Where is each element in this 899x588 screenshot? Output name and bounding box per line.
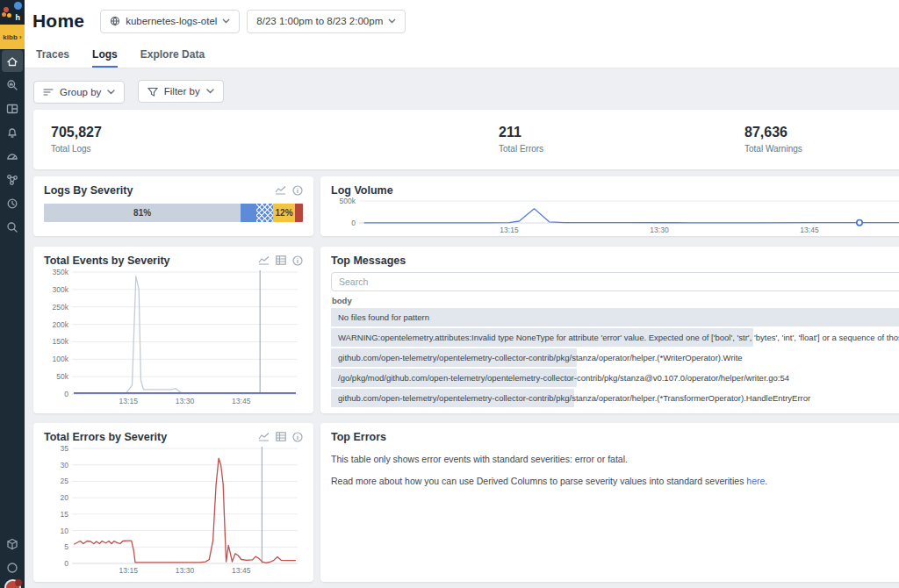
stat-label: Total Logs	[51, 144, 499, 154]
svg-text:0: 0	[64, 559, 68, 568]
total-errors-chart[interactable]: 0510152025303513:1513:3013:45	[44, 445, 303, 575]
filter-by-dropdown[interactable]: Filter by	[138, 80, 224, 103]
message-row[interactable]: github.com/open-telemetry/opentelemetry-…	[331, 348, 899, 367]
message-text: WARNING:opentelemetry.attributes:Invalid…	[331, 333, 899, 342]
readmore-period: .	[765, 476, 767, 486]
bell-icon	[5, 125, 19, 140]
search-input[interactable]	[331, 272, 899, 291]
severity-segment[interactable]	[295, 204, 303, 222]
avatar-badge	[15, 579, 22, 586]
svg-text:0: 0	[351, 219, 356, 227]
group-by-icon	[43, 88, 54, 97]
sidebar-bottom	[0, 532, 25, 588]
user-avatar[interactable]	[4, 579, 21, 588]
line-chart-icon[interactable]	[258, 432, 270, 441]
stat-total-errors: 211 Total Errors	[499, 125, 744, 154]
home-icon	[5, 54, 19, 68]
readmore-text: Read more about how you can use Derived …	[331, 476, 746, 486]
panel-total-errors-by-severity: Total Errors by Severity 051015202530351…	[33, 423, 313, 582]
message-text: /go/pkg/mod/github.com/open-telemetry/op…	[331, 373, 899, 383]
svg-text:13:45: 13:45	[232, 397, 251, 405]
svg-text:150k: 150k	[53, 337, 69, 346]
severity-stacked-bar: 81%12%	[44, 204, 303, 222]
dashboard-content: Group by Filter by 705,827 Total Logs 21…	[25, 68, 899, 588]
message-row[interactable]: No files found for pattern45,025	[331, 308, 899, 326]
sidebar-item-activity-history[interactable]	[0, 191, 25, 215]
package-cube-icon	[5, 537, 19, 551]
panel-log-volume: Log Volume 0500k13:1513:3013:45	[320, 176, 899, 236]
tab-logs[interactable]: Logs	[92, 42, 118, 68]
panel-top-messages: Top Messages Clear body No files found f…	[320, 247, 899, 413]
main-area: Home kubernetes-logs-otel 8/23 1:00pm to…	[25, 0, 899, 588]
search-icon	[5, 220, 19, 234]
message-search: Clear	[331, 272, 899, 291]
tab-explore-data[interactable]: Explore Data	[140, 42, 205, 68]
info-icon[interactable]	[292, 185, 303, 196]
honeycomb-logo-icon[interactable]: h	[0, 0, 25, 25]
panel-title: Total Events by Severity	[44, 255, 170, 267]
total-events-chart[interactable]: 050k100k150k200k250k300k350k13:1513:3013…	[44, 269, 303, 405]
chevron-down-icon	[206, 89, 214, 94]
panel-logs-by-severity: Logs By Severity 81%12%	[33, 176, 313, 236]
severity-segment[interactable]: 81%	[44, 204, 241, 222]
table-icon[interactable]	[276, 432, 286, 441]
stat-value: 87,636	[744, 125, 899, 140]
svg-text:250k: 250k	[53, 302, 69, 311]
slo-gauge-icon	[5, 149, 19, 163]
filter-row: Group by Filter by	[33, 80, 899, 104]
chevron-down-icon	[388, 18, 396, 24]
severity-segment[interactable]	[241, 204, 256, 222]
message-row[interactable]: github.com/open-telemetry/opentelemetry-…	[331, 389, 899, 407]
stat-label: Total Warnings	[744, 144, 899, 154]
svg-text:5: 5	[64, 542, 68, 551]
line-chart-icon[interactable]	[258, 255, 270, 265]
filter-funnel-icon	[147, 87, 158, 97]
svg-text:350k: 350k	[53, 269, 69, 276]
stat-total-logs: 705,827 Total Logs	[51, 125, 499, 154]
info-icon[interactable]	[292, 432, 303, 442]
tab-traces[interactable]: Traces	[36, 42, 69, 68]
svg-text:13:45: 13:45	[800, 226, 819, 234]
log-volume-chart[interactable]: 0500k13:1513:3013:45	[331, 197, 899, 234]
svg-text:15: 15	[61, 509, 69, 518]
info-icon[interactable]	[292, 255, 303, 266]
sidebar-item-triggers[interactable]	[0, 120, 25, 144]
svg-text:13:30: 13:30	[650, 226, 669, 234]
chevron-down-icon	[222, 18, 230, 24]
group-by-dropdown[interactable]: Group by	[33, 81, 125, 104]
sidebar-item-status[interactable]	[0, 556, 25, 579]
svg-text:0: 0	[64, 390, 68, 398]
stat-total-warnings: 87,636 Total Warnings	[744, 125, 899, 154]
here-link[interactable]: here	[746, 476, 765, 486]
sidebar-item-query[interactable]	[0, 73, 25, 97]
svg-text:100k: 100k	[53, 355, 69, 363]
message-row[interactable]: /go/pkg/mod/github.com/open-telemetry/op…	[331, 369, 899, 387]
tab-bar: Traces Logs Explore Data	[25, 42, 899, 68]
stats-summary-card: 705,827 Total Logs 211 Total Errors 87,6…	[33, 110, 899, 169]
panel-title: Top Messages	[331, 255, 406, 267]
dataset-selector[interactable]: kubernetes-logs-otel	[100, 10, 240, 33]
sidebar-item-slos[interactable]	[0, 144, 25, 168]
sidebar-item-search[interactable]	[0, 215, 25, 239]
sidebar-item-service-map[interactable]	[0, 168, 25, 191]
svg-text:13:15: 13:15	[119, 397, 139, 405]
date-range-selector[interactable]: 8/23 1:00pm to 8/23 2:00pm	[247, 10, 406, 33]
table-icon[interactable]	[276, 255, 286, 265]
sidebar-item-home[interactable]	[2, 50, 23, 72]
service-map-icon	[5, 173, 19, 187]
sidebar-item-boards[interactable]	[0, 97, 25, 120]
history-clock-icon	[5, 197, 19, 211]
message-row[interactable]: WARNING:opentelemetry.attributes:Invalid…	[331, 328, 899, 347]
top-errors-readmore: Read more about how you can use Derived …	[331, 475, 899, 487]
app-root: h kibb ›	[0, 0, 899, 588]
panel-title: Logs By Severity	[44, 184, 133, 197]
line-chart-icon[interactable]	[275, 185, 286, 195]
stat-value: 211	[499, 125, 744, 140]
stat-value: 705,827	[51, 125, 499, 140]
environment-badge[interactable]: kibb ›	[0, 25, 25, 49]
severity-segment[interactable]: 12%	[273, 204, 295, 222]
sidebar-item-packages[interactable]	[0, 532, 25, 556]
severity-segment[interactable]	[256, 204, 273, 222]
column-header-body: body	[332, 296, 899, 305]
sidebar: h kibb ›	[0, 0, 25, 588]
